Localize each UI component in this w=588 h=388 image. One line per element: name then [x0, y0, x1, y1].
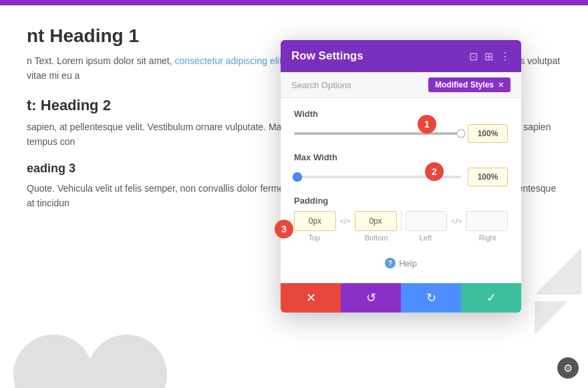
padding-inputs-row: 0px </> 0px </> — [294, 211, 508, 231]
padding-link-icon-tb[interactable]: </> — [340, 217, 351, 225]
panel-actions: ✕ ↺ ↻ ✓ — [281, 283, 521, 313]
gear-icon: ⚙ — [563, 362, 573, 375]
modified-styles-close[interactable]: ✕ — [498, 81, 504, 89]
modified-styles-label: Modified Styles — [435, 80, 494, 89]
cancel-button[interactable]: ✕ — [281, 283, 341, 313]
padding-left-input[interactable] — [406, 211, 448, 231]
gear-fab[interactable]: ⚙ — [557, 357, 579, 379]
help-icon[interactable]: ? — [385, 258, 396, 268]
paragraph-1-text: n Text. Lorem ipsum dolor sit amet, — [27, 55, 172, 66]
minimize-icon[interactable]: ⊡ — [469, 50, 478, 63]
padding-link-icon-lr[interactable]: </> — [451, 217, 462, 225]
width-slider-row: 100% — [294, 124, 508, 143]
undo-button[interactable]: ↺ — [341, 283, 401, 313]
step-badge-1: 1 — [418, 115, 436, 134]
row-settings-panel: Row Settings ⊡ ⊞ ⋮ Search Options Modifi… — [281, 40, 521, 313]
padding-col-left: Left — [406, 234, 446, 242]
width-label: Width — [294, 109, 508, 119]
deco-circle-1 — [13, 335, 94, 388]
padding-divider — [401, 211, 402, 231]
padding-label: Padding — [294, 196, 508, 206]
padding-bottom-input[interactable]: 0px — [355, 211, 397, 231]
modified-styles-badge: Modified Styles ✕ — [428, 77, 510, 92]
deco-circle-2 — [87, 335, 167, 388]
padding-top-value: 0px — [309, 216, 321, 226]
max-width-value[interactable]: 100% — [468, 168, 508, 186]
max-width-section: Max Width 100% — [294, 152, 508, 186]
max-width-label: Max Width — [294, 152, 508, 162]
redo-button[interactable]: ↻ — [401, 283, 461, 313]
width-section: Width 100% — [294, 109, 508, 143]
max-width-slider-row: 100% — [294, 168, 508, 186]
panel-title: Row Settings — [291, 49, 363, 63]
more-icon[interactable]: ⋮ — [500, 50, 510, 63]
width-value[interactable]: 100% — [468, 124, 508, 143]
padding-bottom-value: 0px — [369, 216, 382, 226]
padding-col-top: Top — [294, 234, 335, 242]
paragraph-1-link[interactable]: consectetur adipiscing elit. — [175, 55, 285, 66]
padding-right-input[interactable] — [466, 211, 508, 231]
padding-labels-row: Top Bottom Left Right — [294, 234, 508, 242]
padding-col-bottom: Bottom — [356, 234, 397, 242]
top-bar — [0, 0, 588, 5]
help-row: ? Help — [294, 251, 508, 272]
padding-top-input[interactable]: 0px — [294, 211, 336, 231]
save-button[interactable]: ✓ — [461, 283, 521, 313]
step-badge-2: 2 — [425, 162, 444, 181]
panel-header-icons: ⊡ ⊞ ⋮ — [469, 50, 510, 63]
panel-search-bar: Search Options Modified Styles ✕ — [281, 72, 521, 98]
padding-section: Padding 0px </> 0px </> — [294, 196, 508, 242]
deco-triangles — [535, 248, 581, 335]
expand-icon[interactable]: ⊞ — [484, 50, 493, 63]
step-badge-3: 3 — [275, 220, 293, 238]
help-label[interactable]: Help — [399, 258, 417, 268]
width-slider-track[interactable] — [294, 132, 461, 135]
padding-col-right: Right — [467, 234, 508, 242]
panel-body: Width 100% Max Width 100% Paddin — [281, 98, 521, 283]
search-options-label[interactable]: Search Options — [291, 80, 351, 90]
panel-header: Row Settings ⊡ ⊞ ⋮ — [281, 40, 521, 72]
